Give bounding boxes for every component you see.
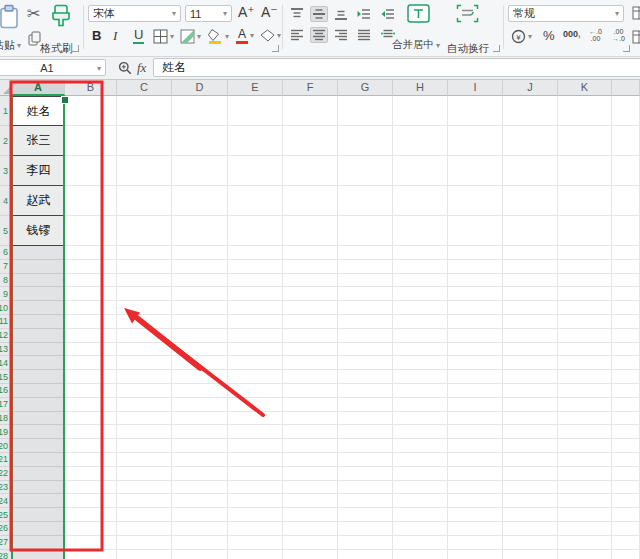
cell-I10[interactable] [448, 301, 503, 315]
cell-E22[interactable] [228, 467, 283, 481]
cell-C25[interactable] [117, 508, 172, 522]
insert-function-icon[interactable]: fx [137, 60, 146, 76]
cell-A2[interactable]: 张三 [12, 126, 65, 156]
cell-J3[interactable] [503, 156, 558, 186]
cell-H5[interactable] [393, 216, 448, 246]
cell-F21[interactable] [283, 453, 338, 467]
align-top-button[interactable] [288, 6, 306, 22]
cell-C24[interactable] [117, 494, 172, 508]
cell-I14[interactable] [448, 356, 503, 370]
align-right-button[interactable] [332, 27, 350, 43]
cell-A1[interactable]: 姓名 [12, 96, 65, 126]
cell-L9[interactable] [612, 287, 640, 301]
cell-D28[interactable] [172, 550, 228, 559]
cell-F23[interactable] [283, 481, 338, 495]
cell-I21[interactable] [448, 453, 503, 467]
zoom-search-icon[interactable] [118, 61, 132, 75]
cell-shading-button[interactable]: ▾ [180, 29, 201, 44]
align-center-button[interactable] [310, 27, 328, 43]
cell-J2[interactable] [503, 126, 558, 156]
cell-G1[interactable] [338, 96, 393, 126]
fill-color-button[interactable]: ▾ [207, 28, 229, 44]
cell-F14[interactable] [283, 356, 338, 370]
cell-E27[interactable] [228, 536, 283, 550]
cell-C20[interactable] [117, 439, 172, 453]
cell-D14[interactable] [172, 356, 228, 370]
cell-B10[interactable] [65, 301, 117, 315]
column-header-C[interactable]: C [117, 79, 172, 96]
cell-A12[interactable] [12, 329, 65, 343]
cell-L21[interactable] [612, 453, 640, 467]
cell-L20[interactable] [612, 439, 640, 453]
cell-K8[interactable] [558, 274, 612, 288]
cell-D11[interactable] [172, 315, 228, 329]
cell-F27[interactable] [283, 536, 338, 550]
column-header-partial[interactable] [612, 79, 640, 96]
cell-A21[interactable] [12, 453, 65, 467]
shrink-font-button[interactable]: A⁻ [261, 4, 278, 20]
increase-decimal-button[interactable]: ←.0.00 [589, 28, 602, 42]
cell-I1[interactable] [448, 96, 503, 126]
cell-A13[interactable] [12, 343, 65, 357]
cell-G23[interactable] [338, 481, 393, 495]
cell-C12[interactable] [117, 329, 172, 343]
cell-E3[interactable] [228, 156, 283, 186]
cell-C22[interactable] [117, 467, 172, 481]
cell-K11[interactable] [558, 315, 612, 329]
cell-K3[interactable] [558, 156, 612, 186]
increase-indent-button[interactable] [379, 6, 397, 22]
cell-G21[interactable] [338, 453, 393, 467]
cell-H9[interactable] [393, 287, 448, 301]
cell-D18[interactable] [172, 412, 228, 426]
cell-L19[interactable] [612, 425, 640, 439]
cell-D27[interactable] [172, 536, 228, 550]
cell-G7[interactable] [338, 260, 393, 274]
cell-D9[interactable] [172, 287, 228, 301]
underline-button[interactable]: U [133, 27, 144, 44]
cell-G9[interactable] [338, 287, 393, 301]
cell-D7[interactable] [172, 260, 228, 274]
cell-E20[interactable] [228, 439, 283, 453]
cell-D10[interactable] [172, 301, 228, 315]
cell-A5[interactable]: 钱镠 [12, 216, 65, 246]
cell-J14[interactable] [503, 356, 558, 370]
cell-J9[interactable] [503, 287, 558, 301]
cell-F8[interactable] [283, 274, 338, 288]
cell-H14[interactable] [393, 356, 448, 370]
cell-A8[interactable] [12, 274, 65, 288]
cell-E16[interactable] [228, 384, 283, 398]
cell-H8[interactable] [393, 274, 448, 288]
cell-C10[interactable] [117, 301, 172, 315]
cell-K7[interactable] [558, 260, 612, 274]
font-name-select[interactable]: 宋体▾ [88, 5, 181, 22]
paste-button[interactable]: 粘贴▾ [0, 38, 21, 53]
cell-D23[interactable] [172, 481, 228, 495]
cell-G20[interactable] [338, 439, 393, 453]
cell-B25[interactable] [65, 508, 117, 522]
cell-B6[interactable] [65, 246, 117, 260]
cell-C21[interactable] [117, 453, 172, 467]
cell-I20[interactable] [448, 439, 503, 453]
align-bottom-button[interactable] [332, 6, 350, 22]
cell-J5[interactable] [503, 216, 558, 246]
cell-I22[interactable] [448, 467, 503, 481]
cell-H4[interactable] [393, 186, 448, 216]
cell-J28[interactable] [503, 550, 558, 559]
cell-F16[interactable] [283, 384, 338, 398]
cell-J16[interactable] [503, 384, 558, 398]
font-color-button[interactable]: A▾ [236, 27, 254, 44]
cell-L24[interactable] [612, 494, 640, 508]
decrease-indent-button[interactable] [355, 6, 373, 22]
cell-A22[interactable] [12, 467, 65, 481]
cell-K27[interactable] [558, 536, 612, 550]
cell-A15[interactable] [12, 370, 65, 384]
wrap-text-button[interactable]: 自动换行 [447, 38, 489, 56]
paste-icon[interactable] [0, 4, 20, 30]
cell-B19[interactable] [65, 425, 117, 439]
cell-A18[interactable] [12, 412, 65, 426]
cell-G27[interactable] [338, 536, 393, 550]
cell-G5[interactable] [338, 216, 393, 246]
cell-K5[interactable] [558, 216, 612, 246]
cell-C9[interactable] [117, 287, 172, 301]
cell-C23[interactable] [117, 481, 172, 495]
